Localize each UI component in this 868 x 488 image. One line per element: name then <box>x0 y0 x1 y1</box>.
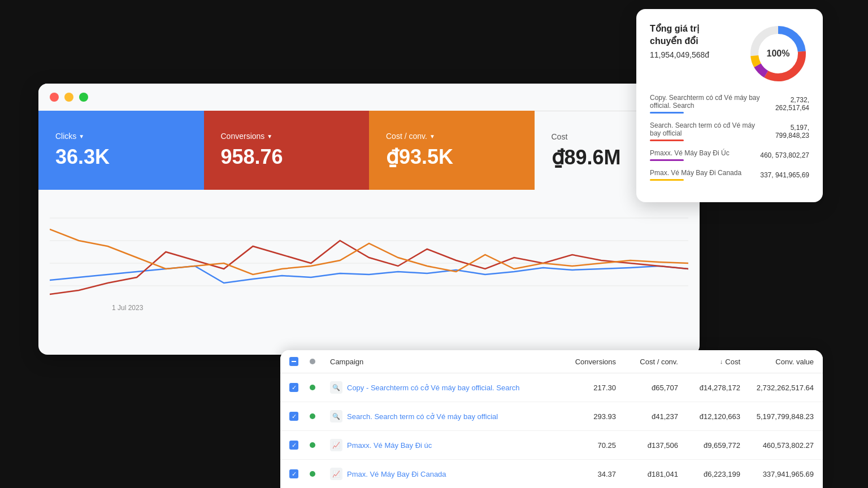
table-row: ✓ 📈 Pmaxx. Vé Máy Bay Đi úc 70.25 đ137,5… <box>280 431 823 460</box>
legend-name-2: Search. Search term có cđ Vé máy bay off… <box>650 121 764 137</box>
legend-left-1: Copy. Searchterm có cđ Vé máy bay offici… <box>650 94 768 114</box>
legend-value-2: 5,197, 799,848,23 <box>764 124 809 140</box>
legend-item-3: Pmaxx. Vé Máy Bay Đi Úc 460, 573,802,27 <box>650 149 809 161</box>
cost-label-text: Cost <box>725 358 740 366</box>
close-button[interactable] <box>50 93 59 102</box>
table-row: ✓ 🔍 Copy - Searchterm có cở Vé máy bay o… <box>280 373 823 402</box>
legend-left-3: Pmaxx. Vé Máy Bay Đi Úc <box>650 149 730 161</box>
cost-conv-label: Cost / conv. ▼ <box>386 132 518 141</box>
status-dot-3 <box>310 442 315 448</box>
donut-title: Tổng giá trịchuyển đổi <box>650 23 709 48</box>
row-1-campaign-name: Copy - Searchterm có cở Vé máy bay offic… <box>347 384 519 392</box>
conversions-dropdown-icon: ▼ <box>267 133 272 140</box>
legend-left-4: Pmax. Vé Máy Bay Đi Canada <box>650 169 741 181</box>
row-3-conversions: 70.25 <box>554 441 616 450</box>
status-dot-1 <box>310 385 315 390</box>
table-row: ✓ 🔍 Search. Search term có cở Vé máy bay… <box>280 402 823 431</box>
row-4-campaign[interactable]: 📈 Pmax. Vé Máy Bay Đi Canada <box>330 468 554 480</box>
donut-title-section: Tổng giá trịchuyển đổi 11,954,049,568đ <box>650 23 709 59</box>
conversions-metric[interactable]: Conversions ▼ 958.76 <box>204 111 370 190</box>
clicks-value: 36.3K <box>55 145 187 169</box>
legend-value-1: 2,732, 262,517,64 <box>768 96 809 112</box>
header-cost[interactable]: ↓ Cost <box>678 358 740 366</box>
table-row: ✓ 📈 Pmax. Vé Máy Bay Đi Canada 34.37 đ18… <box>280 460 823 488</box>
search-campaign-icon-2: 🔍 <box>330 410 342 422</box>
legend-left-2: Search. Search term có cđ Vé máy bay off… <box>650 121 764 141</box>
header-status-cell <box>310 359 330 364</box>
donut-total-value: 11,954,049,568đ <box>650 50 709 59</box>
header-checkbox[interactable] <box>289 357 298 366</box>
row-1-cost-conv: đ65,707 <box>616 384 678 392</box>
checkbox-4[interactable]: ✓ <box>289 469 298 478</box>
table-header-row: Campaign Conversions Cost / conv. ↓ Cost… <box>280 350 823 373</box>
row-1-cost: đ14,278,172 <box>678 384 740 392</box>
cost-conv-metric[interactable]: Cost / conv. ▼ ₫93.5K <box>369 111 535 190</box>
legend-value-4: 337, 941,965,69 <box>760 171 809 179</box>
clicks-metric[interactable]: Clicks ▼ 36.3K <box>38 111 204 190</box>
campaign-table: Campaign Conversions Cost / conv. ↓ Cost… <box>280 350 823 488</box>
pmax-campaign-icon-1: 📈 <box>330 439 342 451</box>
clicks-label: Clicks ▼ <box>55 132 187 141</box>
checkbox-1[interactable]: ✓ <box>289 383 298 392</box>
maximize-button[interactable] <box>79 93 88 102</box>
row-2-cost: đ12,120,663 <box>678 412 740 421</box>
cost-conv-dropdown-icon: ▼ <box>429 133 435 140</box>
main-dashboard-card: Clicks ▼ 36.3K Conversions ▼ 958.76 Cost… <box>38 84 700 355</box>
metrics-bar: Clicks ▼ 36.3K Conversions ▼ 958.76 Cost… <box>38 111 700 190</box>
legend-name-3: Pmaxx. Vé Máy Bay Đi Úc <box>650 149 730 157</box>
row-3-campaign-name: Pmaxx. Vé Máy Bay Đi úc <box>347 441 432 450</box>
row-4-cost: đ6,223,199 <box>678 470 740 478</box>
row-1-checkbox[interactable]: ✓ <box>289 383 310 392</box>
row-2-conv-value: 5,197,799,848.23 <box>740 412 814 421</box>
row-4-conv-value: 337,941,965.69 <box>740 470 814 478</box>
legend-name-4: Pmax. Vé Máy Bay Đi Canada <box>650 169 741 177</box>
row-2-campaign[interactable]: 🔍 Search. Search term có cở Vé máy bay o… <box>330 410 554 422</box>
status-dot-2 <box>310 413 315 419</box>
legend-bar-1 <box>650 112 684 114</box>
conversions-value: 958.76 <box>221 145 353 169</box>
row-4-status <box>310 471 330 477</box>
row-4-campaign-name: Pmax. Vé Máy Bay Đi Canada <box>347 470 446 478</box>
header-conversions[interactable]: Conversions <box>554 358 616 366</box>
row-3-checkbox[interactable]: ✓ <box>289 441 310 450</box>
legend-item-4: Pmax. Vé Máy Bay Đi Canada 337, 941,965,… <box>650 169 809 181</box>
donut-header: Tổng giá trịchuyển đổi 11,954,049,568đ 1… <box>650 23 809 85</box>
donut-card: Tổng giá trịchuyển đổi 11,954,049,568đ 1… <box>636 9 823 202</box>
status-dot-4 <box>310 471 315 477</box>
header-checkbox-cell[interactable] <box>289 357 310 366</box>
pmax-campaign-icon-2: 📈 <box>330 468 342 480</box>
row-3-campaign[interactable]: 📈 Pmaxx. Vé Máy Bay Đi úc <box>330 439 554 451</box>
legend-item-1: Copy. Searchterm có cđ Vé máy bay offici… <box>650 94 809 114</box>
chart-area: 1 Jul 2023 <box>38 190 700 320</box>
legend-bar-2 <box>650 140 684 141</box>
checkbox-2[interactable]: ✓ <box>289 412 298 421</box>
cost-conv-value: ₫93.5K <box>386 145 518 169</box>
conversions-label: Conversions ▼ <box>221 132 353 141</box>
sort-icon: ↓ <box>720 358 723 365</box>
row-2-status <box>310 413 330 419</box>
header-conv-value[interactable]: Conv. value <box>740 358 814 366</box>
legend-bar-4 <box>650 179 684 181</box>
row-1-campaign[interactable]: 🔍 Copy - Searchterm có cở Vé máy bay off… <box>330 381 554 394</box>
header-cost-conv[interactable]: Cost / conv. <box>616 358 678 366</box>
row-2-conversions: 293.93 <box>554 412 616 421</box>
header-status-dot <box>310 359 315 364</box>
row-4-checkbox[interactable]: ✓ <box>289 469 310 478</box>
legend-value-3: 460, 573,802,27 <box>760 151 809 159</box>
chart-date-label: 1 Jul 2023 <box>112 304 143 312</box>
row-2-campaign-name: Search. Search term có cở Vé máy bay off… <box>347 412 498 421</box>
legend-name-1: Copy. Searchterm có cđ Vé máy bay offici… <box>650 94 768 110</box>
donut-center-label: 100% <box>767 49 790 59</box>
clicks-dropdown-icon: ▼ <box>79 133 84 140</box>
header-campaign[interactable]: Campaign <box>330 358 554 366</box>
checkbox-3[interactable]: ✓ <box>289 441 298 450</box>
row-4-cost-conv: đ181,041 <box>616 470 678 478</box>
row-2-checkbox[interactable]: ✓ <box>289 412 310 421</box>
row-3-cost: đ9,659,772 <box>678 441 740 450</box>
row-4-conversions: 34.37 <box>554 470 616 478</box>
row-1-status <box>310 385 330 390</box>
minimize-button[interactable] <box>64 93 73 102</box>
legend-bar-3 <box>650 159 684 161</box>
line-chart <box>50 195 688 308</box>
row-3-status <box>310 442 330 448</box>
